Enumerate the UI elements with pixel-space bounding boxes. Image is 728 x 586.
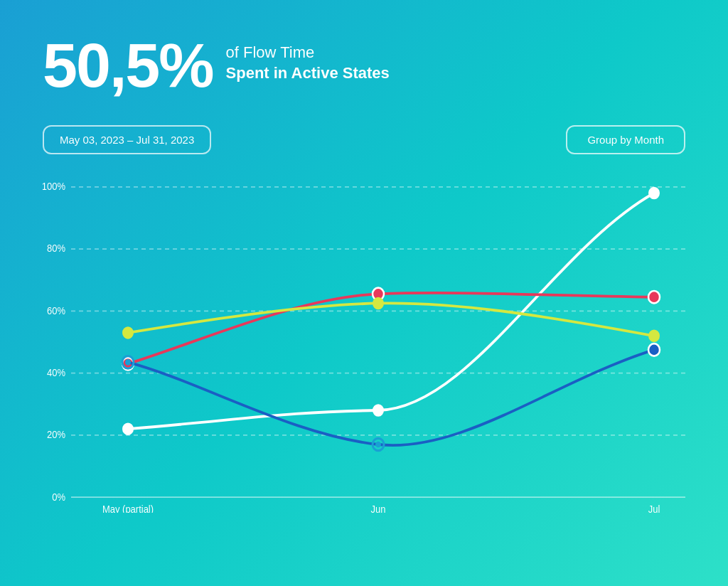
headline-text: of Flow Time Spent in Active States <box>226 34 390 83</box>
svg-point-22 <box>373 298 383 309</box>
svg-text:60%: 60% <box>47 305 65 316</box>
group-by-button[interactable]: Group by Month <box>566 125 685 154</box>
svg-text:20%: 20% <box>47 430 65 441</box>
svg-point-20 <box>648 291 660 303</box>
svg-point-21 <box>123 327 133 338</box>
main-container: 50,5% of Flow Time Spent in Active State… <box>0 0 728 586</box>
svg-point-16 <box>373 405 383 415</box>
big-percent: 50,5% <box>43 34 213 97</box>
svg-text:Jul: Jul <box>648 504 660 513</box>
svg-text:0%: 0% <box>52 491 65 503</box>
svg-point-15 <box>123 424 133 435</box>
svg-text:May (partial): May (partial) <box>102 504 154 513</box>
headline-row: 50,5% of Flow Time Spent in Active State… <box>43 34 685 97</box>
svg-point-25 <box>125 359 131 366</box>
chart-svg: 100% 80% 60% 40% 20% 0% May (partial) Ju… <box>43 171 685 513</box>
svg-point-17 <box>649 188 659 198</box>
svg-text:80%: 80% <box>47 243 65 255</box>
svg-text:100%: 100% <box>43 181 65 193</box>
date-range-button[interactable]: May 03, 2023 – Jul 31, 2023 <box>43 125 211 154</box>
headline-line1: of Flow Time <box>226 43 390 63</box>
svg-point-23 <box>649 331 659 341</box>
controls-row: May 03, 2023 – Jul 31, 2023 Group by Mon… <box>43 125 685 154</box>
chart-area: 100% 80% 60% 40% 20% 0% May (partial) Ju… <box>43 171 685 513</box>
headline-line2: Spent in Active States <box>226 63 390 84</box>
svg-point-28 <box>648 343 660 356</box>
svg-text:Jun: Jun <box>371 504 386 513</box>
svg-text:40%: 40% <box>47 367 65 378</box>
svg-point-27 <box>375 442 381 448</box>
